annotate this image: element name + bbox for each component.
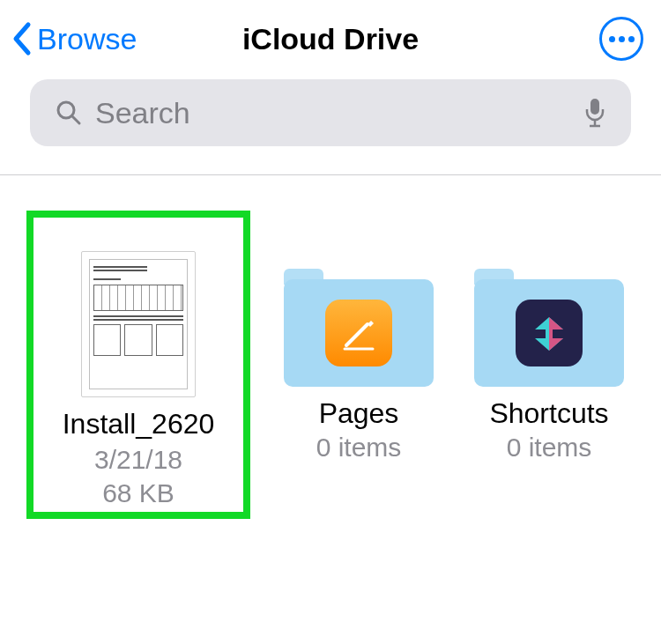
- more-icon: [609, 36, 615, 42]
- pages-app-icon: [325, 300, 392, 366]
- selection-highlight: Install_2620 3/21/18 68 KB: [26, 211, 250, 519]
- file-date: 3/21/18: [94, 445, 182, 477]
- folder-item-count: 0 items: [316, 433, 402, 463]
- nav-bar: Browse iCloud Drive: [0, 0, 661, 62]
- folder-item[interactable]: Pages 0 items: [277, 211, 441, 519]
- folder-item[interactable]: Shortcuts 0 items: [467, 211, 631, 519]
- file-item[interactable]: Install_2620 3/21/18 68 KB: [37, 221, 240, 508]
- document-thumbnail: [81, 251, 196, 397]
- search-input[interactable]: [95, 96, 571, 130]
- folder-item-count: 0 items: [507, 433, 592, 463]
- folder-icon: [284, 269, 434, 387]
- page-title: iCloud Drive: [242, 22, 419, 56]
- svg-line-1: [72, 116, 79, 123]
- microphone-icon[interactable]: [583, 97, 606, 129]
- search-icon: [55, 99, 83, 127]
- back-label: Browse: [37, 22, 137, 56]
- svg-rect-2: [590, 99, 599, 115]
- chevron-left-icon: [11, 21, 35, 56]
- shortcuts-app-icon: [516, 300, 583, 366]
- search-container: [0, 62, 661, 160]
- file-grid: Install_2620 3/21/18 68 KB Pages 0 items: [0, 175, 661, 519]
- folder-icon: [474, 269, 624, 387]
- file-size: 68 KB: [102, 478, 175, 508]
- more-button[interactable]: [599, 17, 643, 61]
- search-bar[interactable]: [30, 79, 631, 146]
- file-name: Install_2620: [57, 406, 220, 443]
- folder-name: Shortcuts: [484, 396, 613, 431]
- back-button[interactable]: Browse: [11, 21, 137, 56]
- folder-name: Pages: [314, 396, 405, 431]
